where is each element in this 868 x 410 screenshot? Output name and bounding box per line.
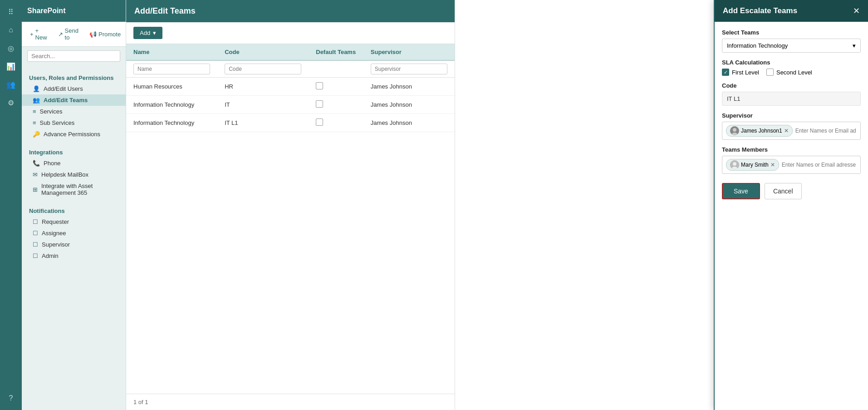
- nav-item-mailbox[interactable]: ✉ Helpdesk MailBox: [22, 169, 126, 180]
- new-icon: +: [30, 31, 34, 38]
- filter-name[interactable]: [133, 64, 210, 74]
- nav-item-label: Integrate with Asset Management 365: [41, 183, 118, 196]
- save-button[interactable]: Save: [722, 183, 760, 199]
- nav-item-requester[interactable]: ☐ Requester: [22, 216, 126, 227]
- nav-item-label: Assignee: [42, 230, 66, 237]
- cancel-button[interactable]: Cancel: [765, 183, 802, 199]
- close-button[interactable]: ✕: [853, 7, 860, 15]
- add-label: Add: [140, 30, 150, 36]
- cell-code: IT: [217, 96, 309, 114]
- sla-second-label: Second Level: [776, 69, 812, 76]
- member-tag: Mary Smith ✕: [726, 159, 779, 171]
- sidebar-grid-icon[interactable]: ⠿: [3, 4, 19, 20]
- sidebar-help-icon[interactable]: ?: [3, 390, 19, 406]
- first-level-checkbox[interactable]: ✓: [722, 69, 729, 76]
- member-tag-close[interactable]: ✕: [770, 162, 775, 168]
- supervisor-tag: James Johnson1 ✕: [726, 125, 793, 137]
- sidebar-globe-icon[interactable]: ◎: [3, 40, 19, 56]
- nav-item-advance-permissions[interactable]: 🔑 Advance Permissions: [22, 128, 126, 140]
- promote-icon: 📢: [89, 31, 97, 38]
- action-row: Save Cancel: [722, 183, 861, 199]
- nav-item-supervisor[interactable]: ☐ Supervisor: [22, 239, 126, 250]
- new-label: + New: [35, 27, 47, 41]
- search-input[interactable]: [27, 50, 120, 62]
- col-default[interactable]: Default Teams: [309, 44, 363, 60]
- filter-row: [126, 60, 455, 78]
- promote-label: Promote: [98, 31, 121, 38]
- filter-supervisor[interactable]: [371, 64, 447, 74]
- phone-icon: 📞: [33, 160, 40, 167]
- table-row[interactable]: Information Technology IT L1 James Johns…: [126, 114, 455, 132]
- nav-item-phone[interactable]: 📞 Phone: [22, 158, 126, 169]
- sla-second-item: Second Level: [766, 69, 812, 76]
- promote-button[interactable]: 📢 Promote: [87, 29, 123, 40]
- second-level-checkbox[interactable]: [766, 69, 774, 76]
- send-icon: ↗: [58, 31, 63, 38]
- supervisor-field-label: Supervisor: [722, 112, 861, 119]
- sidebar-chart-icon[interactable]: 📊: [3, 58, 19, 74]
- add-button[interactable]: Add ▾: [133, 27, 162, 39]
- cell-name: Information Technology: [126, 114, 217, 132]
- members-input-area[interactable]: Mary Smith ✕: [722, 156, 861, 174]
- nav-item-label: Admin: [42, 252, 59, 259]
- code-input[interactable]: [722, 92, 861, 106]
- nav-item-label: Add/Edit Users: [44, 85, 83, 92]
- send-to-button[interactable]: ↗ Send to: [55, 25, 81, 43]
- mailbox-icon: ✉: [33, 171, 38, 178]
- sub-services-icon: ≡: [33, 119, 36, 126]
- supervisor-avatar: [730, 126, 739, 135]
- supervisor-tag-close[interactable]: ✕: [784, 128, 789, 134]
- nav-item-add-edit-teams[interactable]: 👥 Add/Edit Teams: [22, 94, 126, 106]
- supervisor-icon: ☐: [33, 241, 38, 248]
- sharepoint-logo: SharePoint: [27, 7, 65, 15]
- section-title-users: Users, Roles and Permissions: [22, 71, 126, 83]
- assignee-icon: ☐: [33, 230, 38, 237]
- sidebar: ⠿ ⌂ ◎ 📊 👥 ⚙ ?: [0, 0, 22, 410]
- nav-item-asset-management[interactable]: ⊞ Integrate with Asset Management 365: [22, 180, 126, 198]
- teams-panel-title: Add/Edit Teams: [134, 6, 196, 15]
- supervisor-tag-input[interactable]: [794, 127, 857, 135]
- cell-default: [309, 78, 363, 96]
- select-teams-dropdown[interactable]: Information Technology ▾: [722, 39, 861, 53]
- services-icon: ≡: [33, 108, 36, 115]
- section-title-notifications: Notifications: [22, 204, 126, 216]
- selected-team-value: Information Technology: [727, 42, 788, 49]
- cell-code: HR: [217, 78, 309, 96]
- sidebar-home-icon[interactable]: ⌂: [3, 22, 19, 38]
- new-button[interactable]: + + New: [27, 25, 50, 43]
- pagination: 1 of 1: [126, 394, 455, 410]
- col-code[interactable]: Code: [217, 44, 309, 60]
- cell-default: [309, 114, 363, 132]
- cell-default: [309, 96, 363, 114]
- supervisor-input-area[interactable]: James Johnson1 ✕: [722, 122, 861, 140]
- cell-code: IT L1: [217, 114, 309, 132]
- teams-panel: Add/Edit Teams Add ▾ Name Code Default T…: [126, 0, 455, 410]
- sla-first-item: ✓ First Level: [722, 69, 759, 76]
- cell-name: Human Resources: [126, 78, 217, 96]
- nav-item-label: Helpdesk MailBox: [41, 171, 88, 178]
- table-row[interactable]: Human Resources HR James Johnson: [126, 78, 455, 96]
- table-row[interactable]: Information Technology IT James Johnson: [126, 96, 455, 114]
- nav-item-add-edit-users[interactable]: 👤 Add/Edit Users: [22, 83, 126, 94]
- main-content: Add/Edit Teams Add ▾ Name Code Default T…: [126, 0, 868, 410]
- sidebar-people-icon[interactable]: 👥: [3, 76, 19, 93]
- teams-icon: 👥: [33, 97, 40, 104]
- col-supervisor[interactable]: Supervisor: [363, 44, 455, 60]
- nav-item-admin[interactable]: ☐ Admin: [22, 250, 126, 262]
- nav-item-label: Supervisor: [42, 241, 70, 248]
- nav-item-assignee[interactable]: ☐ Assignee: [22, 227, 126, 239]
- col-name[interactable]: Name: [126, 44, 217, 60]
- nav-item-sub-services[interactable]: ≡ Sub Services: [22, 117, 126, 128]
- admin-icon: ☐: [33, 252, 38, 259]
- nav-item-label: Services: [40, 108, 63, 115]
- sla-row: ✓ First Level Second Level: [722, 69, 861, 76]
- sidebar-settings-icon[interactable]: ⚙: [3, 94, 19, 111]
- filter-code[interactable]: [225, 64, 301, 74]
- nav-item-services[interactable]: ≡ Services: [22, 106, 126, 117]
- nav-item-label: Add/Edit Teams: [44, 97, 88, 104]
- send-to-label: Send to: [65, 27, 78, 41]
- member-tag-input[interactable]: [781, 161, 857, 169]
- dropdown-chevron-icon: ▾: [853, 42, 856, 49]
- escalate-body: Select Teams Information Technology ▾ SL…: [715, 22, 868, 410]
- code-label: Code: [722, 82, 861, 89]
